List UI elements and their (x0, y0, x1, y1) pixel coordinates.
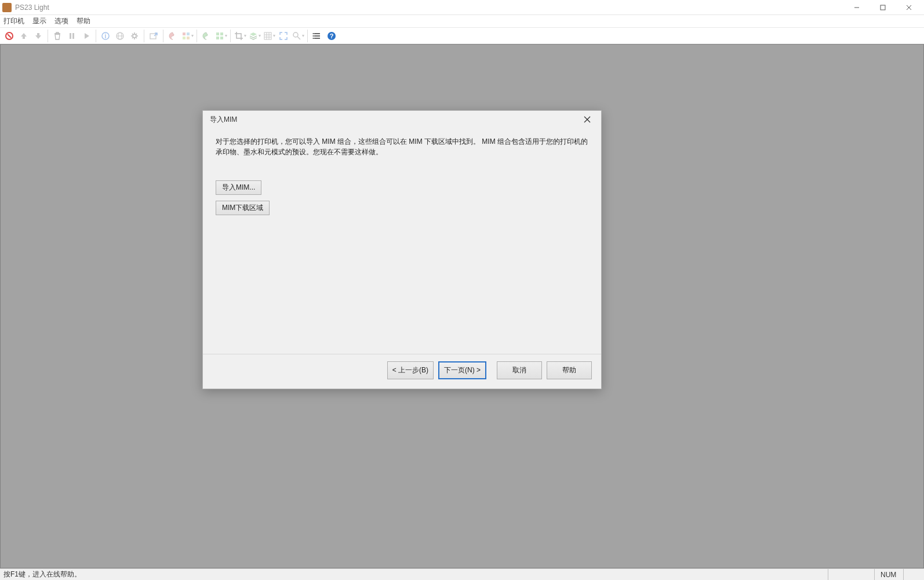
palette-button[interactable] (166, 29, 180, 43)
list-button[interactable] (310, 29, 324, 43)
svg-rect-23 (220, 37, 223, 39)
back-button[interactable]: < 上一步(B) (387, 361, 434, 379)
statusbar-hint: 按F1键，进入在线帮助。 (3, 570, 81, 579)
next-button[interactable]: 下一页(N) > (438, 361, 486, 379)
statusbar: 按F1键，进入在线帮助。 NUM (0, 568, 924, 580)
trash-button[interactable] (50, 29, 64, 43)
minimize-button[interactable] (843, 1, 870, 14)
layout1-button[interactable] (180, 29, 194, 43)
window-controls (843, 1, 922, 14)
menu-options[interactable]: 选项 (54, 16, 68, 26)
open-button[interactable] (147, 29, 161, 43)
svg-point-34 (313, 33, 314, 34)
svg-rect-18 (183, 37, 185, 39)
cancel-button[interactable]: 取消 (497, 361, 542, 379)
help-button[interactable]: ? (325, 29, 339, 43)
dialog-body: 对于您选择的打印机，您可以导入 MIM 组合，这些组合可以在 MIM 下载区域中… (203, 128, 601, 354)
svg-rect-7 (72, 33, 74, 39)
close-button[interactable] (896, 1, 922, 14)
gear-button[interactable] (128, 29, 141, 43)
menu-help[interactable]: 帮助 (77, 16, 90, 26)
statusbar-cell1 (828, 569, 874, 580)
up-arrow-button[interactable] (17, 29, 31, 43)
dialog-footer: < 上一步(B) 下一页(N) > 取消 帮助 (203, 354, 601, 389)
svg-line-5 (8, 34, 11, 38)
dialog-close-button[interactable] (580, 113, 594, 126)
svg-point-29 (293, 32, 298, 37)
play-button[interactable] (79, 29, 93, 43)
svg-rect-21 (220, 32, 223, 35)
pause-button[interactable] (65, 29, 79, 43)
menubar: 打印机 显示 选项 帮助 (0, 15, 924, 28)
svg-rect-22 (216, 37, 219, 39)
globe-button[interactable] (113, 29, 127, 43)
measure-button[interactable] (291, 29, 305, 43)
svg-text:?: ? (330, 32, 334, 39)
dialog-title: 导入MIM (210, 115, 237, 125)
crop-button[interactable] (233, 29, 247, 43)
statusbar-cell3 (903, 569, 921, 580)
menu-printer[interactable]: 打印机 (3, 16, 24, 26)
svg-rect-19 (187, 37, 190, 39)
mim-download-button[interactable]: MIM下载区域 (216, 201, 270, 215)
menu-display[interactable]: 显示 (32, 16, 46, 26)
info-button[interactable]: i (99, 29, 112, 43)
paint1-button[interactable] (199, 29, 213, 43)
svg-point-35 (313, 35, 314, 37)
import-mim-button[interactable]: 导入MIM... (216, 180, 261, 195)
layers-button[interactable] (248, 29, 261, 43)
svg-rect-24 (264, 32, 271, 39)
statusbar-num: NUM (874, 569, 903, 580)
dialog-help-button[interactable]: 帮助 (547, 361, 592, 379)
svg-line-30 (297, 37, 300, 39)
svg-text:i: i (105, 33, 107, 39)
svg-rect-20 (216, 32, 219, 35)
stop-button[interactable] (2, 29, 16, 43)
import-mim-dialog: 导入MIM 对于您选择的打印机，您可以导入 MIM 组合，这些组合可以在 MIM… (202, 110, 602, 389)
app-icon (2, 3, 12, 12)
svg-point-13 (133, 34, 136, 38)
svg-rect-1 (881, 5, 885, 10)
titlebar: PS23 Light (0, 0, 924, 15)
svg-rect-17 (187, 32, 190, 35)
dialog-titlebar: 导入MIM (203, 111, 601, 128)
fullscreen-button[interactable] (277, 29, 290, 43)
grid-button[interactable] (262, 29, 276, 43)
svg-rect-6 (70, 33, 71, 39)
dialog-description: 对于您选择的打印机，您可以导入 MIM 组合，这些组合可以在 MIM 下载区域中… (216, 136, 588, 157)
maximize-button[interactable] (870, 1, 896, 14)
down-arrow-button[interactable] (31, 29, 45, 43)
svg-point-36 (313, 38, 314, 39)
svg-rect-14 (150, 34, 156, 39)
svg-rect-16 (183, 32, 185, 35)
app-title: PS23 Light (15, 3, 49, 12)
toolbar: i ? (0, 28, 924, 44)
paint2-button[interactable] (214, 29, 228, 43)
